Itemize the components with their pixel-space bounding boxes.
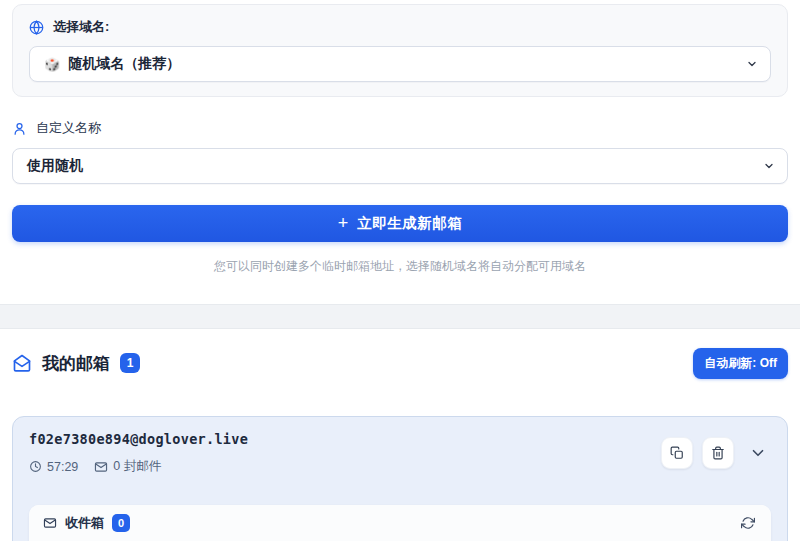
- refresh-icon: [741, 516, 755, 530]
- inbox-count-badge: 0: [112, 514, 130, 532]
- name-select-value: 使用随机: [27, 157, 83, 175]
- domain-select[interactable]: 🎲 随机域名（推荐）: [29, 46, 771, 82]
- temp-mail-page: 选择域名: 🎲 随机域名（推荐） 自定义名称 使用随机 + 立即生成新邮箱: [0, 0, 800, 541]
- plus-icon: +: [338, 214, 349, 232]
- auto-refresh-button[interactable]: 自动刷新: Off: [693, 348, 788, 379]
- inbox-title-group: 收件箱 0: [43, 514, 130, 532]
- mail-icon: [94, 460, 108, 474]
- name-label-row: 自定义名称: [12, 119, 788, 137]
- mailbox-actions: [661, 437, 771, 469]
- mailboxes-title-group: 我的邮箱 1: [12, 352, 140, 375]
- domain-select-value: 随机域名（推荐）: [68, 55, 180, 73]
- user-icon: [12, 121, 27, 136]
- clock-icon: [29, 460, 42, 473]
- copy-button[interactable]: [661, 437, 693, 469]
- mailbox-meta: 57:29 0 封邮件: [29, 458, 248, 475]
- helper-text: 您可以同时创建多个临时邮箱地址，选择随机域名将自动分配可用域名: [0, 258, 800, 275]
- name-label: 自定义名称: [36, 119, 101, 137]
- delete-button[interactable]: [702, 437, 734, 469]
- generate-mailbox-button[interactable]: + 立即生成新邮箱: [12, 205, 788, 242]
- globe-icon: [29, 20, 44, 35]
- inbox-envelope-icon: [43, 516, 57, 530]
- mailbox-count-badge: 1: [120, 353, 140, 373]
- name-select[interactable]: 使用随机: [12, 148, 788, 184]
- envelope-open-icon: [12, 353, 32, 373]
- chevron-down-icon: [763, 160, 775, 172]
- domain-card: 选择域名: 🎲 随机域名（推荐）: [12, 4, 788, 97]
- trash-icon: [711, 446, 725, 460]
- inbox-card: 收件箱 0: [29, 505, 771, 541]
- copy-icon: [670, 446, 684, 460]
- domain-label: 选择域名:: [53, 18, 109, 36]
- domain-label-row: 选择域名:: [29, 18, 771, 36]
- generate-button-label: 立即生成新邮箱: [357, 214, 462, 233]
- collapse-button[interactable]: [745, 440, 771, 466]
- inbox-header: 收件箱 0: [29, 505, 771, 541]
- chevron-down-icon: [746, 58, 758, 70]
- custom-name-section: 自定义名称 使用随机: [12, 119, 788, 184]
- time-remaining-value: 57:29: [47, 460, 78, 474]
- mailbox-address: f02e7380e894@doglover.live: [29, 431, 248, 447]
- mail-count-value: 0 封邮件: [113, 458, 161, 475]
- mailboxes-header: 我的邮箱 1 自动刷新: Off: [12, 348, 788, 378]
- time-remaining: 57:29: [29, 460, 78, 474]
- mailbox-info: f02e7380e894@doglover.live 57:29 0 封邮件: [29, 431, 248, 475]
- mailbox-card: f02e7380e894@doglover.live 57:29 0 封邮件: [12, 416, 788, 541]
- dice-icon: 🎲: [44, 58, 60, 71]
- mailboxes-title: 我的邮箱: [42, 352, 110, 375]
- section-divider: [0, 304, 800, 329]
- inbox-title: 收件箱: [65, 514, 104, 532]
- chevron-down-icon: [749, 444, 767, 462]
- mailbox-card-header: f02e7380e894@doglover.live 57:29 0 封邮件: [29, 431, 771, 475]
- mail-count: 0 封邮件: [94, 458, 161, 475]
- refresh-button[interactable]: [739, 514, 757, 532]
